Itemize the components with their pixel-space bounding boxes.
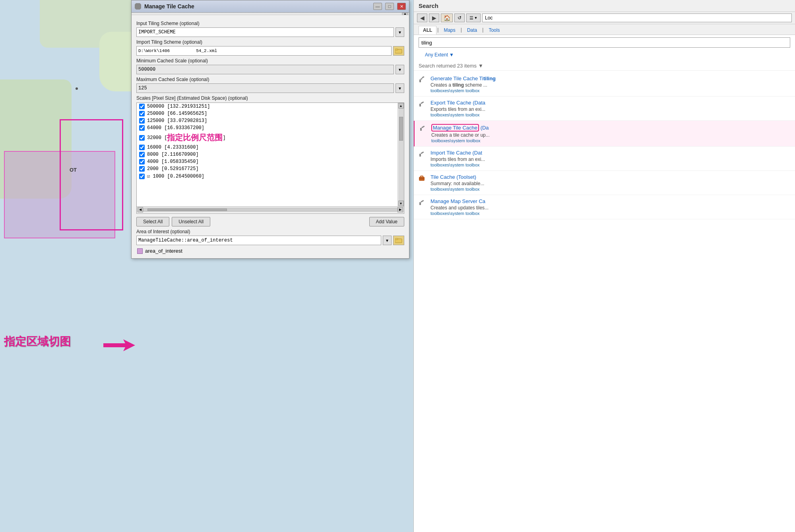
scales-vscrollbar: ▲ ▼ — [398, 103, 404, 206]
input-tiling-label: Input Tiling Scheme (optional) — [136, 21, 404, 26]
scale-checkbox-250000[interactable] — [139, 111, 145, 116]
result-desc-2: Exports tiles from an exi... — [430, 106, 790, 112]
result-title-5: Tile Cache (Toolset) — [430, 174, 790, 180]
results-list: Generate Tile Cache Titiling Creates a t… — [414, 71, 795, 532]
min-scale-row: ▼ — [136, 65, 404, 74]
result-path-1: toolboxes\system toolbox — [430, 88, 790, 93]
import-tiling-folder-button[interactable] — [393, 46, 404, 56]
area-dropdown[interactable]: ▼ — [383, 236, 392, 245]
scale-item-1000[interactable]: ☑ 1000 [0.264500060] — [137, 172, 404, 180]
result-item-generate[interactable]: Generate Tile Cache Titiling Creates a t… — [414, 72, 795, 97]
scale-item-16000[interactable]: 16000 [4.23331600] — [137, 144, 404, 151]
tab-data[interactable]: Data — [463, 26, 481, 35]
scale-checkbox-4000[interactable] — [139, 159, 145, 164]
svg-rect-17 — [419, 202, 421, 205]
scale-checkbox-16000[interactable] — [139, 145, 145, 150]
result-icon-6 — [419, 198, 427, 206]
select-all-button[interactable]: Select All — [136, 217, 169, 226]
scale-item-500000[interactable]: 500000 [132.291931251] — [137, 103, 404, 110]
hscroll-left[interactable]: ◀ — [138, 207, 143, 213]
result-path-5: toolboxes\system toolbox — [430, 187, 790, 192]
scale-checkbox-8000[interactable] — [139, 152, 145, 157]
vscroll-thumb[interactable] — [399, 117, 403, 141]
add-value-button[interactable]: Add Value — [369, 217, 405, 226]
result-content-6: Manage Map Server Ca Creates and updates… — [430, 198, 790, 216]
dialog-content: Input Tiling Scheme (optional) ▼ Import … — [132, 15, 409, 258]
results-count[interactable]: Search returned 23 items ▼ — [414, 61, 795, 71]
search-input-row — [414, 35, 795, 50]
vscroll-down[interactable]: ▼ — [398, 201, 404, 206]
result-path-4: toolboxes\system toolbox — [430, 163, 790, 167]
svg-rect-8 — [419, 104, 421, 106]
scale-checkbox-2000[interactable] — [139, 166, 145, 172]
hscroll-right[interactable]: ▶ — [398, 207, 403, 213]
result-item-import[interactable]: Import Tile Cache (Dat Imports tiles fro… — [414, 147, 795, 171]
scale-item-2000[interactable]: 2000 [0.529167725] — [137, 165, 404, 172]
search-forward-button[interactable]: ▶ — [429, 14, 439, 22]
map-ot-label: OT — [70, 167, 77, 173]
hscroll-thumb[interactable] — [147, 209, 227, 211]
scale-item-250000[interactable]: 250000 [66.145965625] — [137, 110, 404, 117]
result-item-manage[interactable]: Manage Tile Cache (Da Creates a tile cac… — [414, 121, 795, 147]
area-input[interactable] — [136, 236, 381, 245]
result-item-mapserver[interactable]: Manage Map Server Ca Creates and updates… — [414, 195, 795, 219]
scale-checkbox-500000[interactable] — [139, 104, 145, 109]
svg-rect-7 — [422, 76, 425, 78]
area-folder-button[interactable] — [393, 236, 404, 245]
scale-item-64000[interactable]: 64000 [16.933367200] — [137, 124, 404, 132]
scale-checkbox-125000[interactable] — [139, 118, 145, 124]
svg-rect-2 — [395, 49, 398, 50]
search-tabs: ALL | Maps | Data | Tools — [414, 24, 795, 35]
search-view-button[interactable]: ☰▼ — [466, 14, 481, 22]
unselect-all-button[interactable]: Unselect All — [172, 217, 210, 226]
search-panel: Search ◀ ▶ 🏠 ↺ ☰▼ Loc ALL | Maps | Data … — [413, 0, 795, 532]
search-home-button[interactable]: 🏠 — [441, 14, 453, 22]
search-refresh-button[interactable]: ↺ — [454, 14, 465, 22]
minimize-button[interactable]: — — [373, 3, 382, 10]
min-scale-dropdown[interactable]: ▼ — [396, 65, 404, 74]
svg-rect-12 — [419, 154, 421, 157]
result-desc-4: Imports tiles from an exi... — [430, 157, 790, 162]
import-tiling-input[interactable] — [136, 46, 392, 56]
result-item-export[interactable]: Export Tile Cache (Data Exports tiles fr… — [414, 97, 795, 121]
result-item-toolset[interactable]: Tile Cache (Toolset) Summary: not availa… — [414, 171, 795, 195]
svg-rect-4 — [395, 238, 398, 240]
result-title-6: Manage Map Server Ca — [430, 198, 790, 204]
scales-scroll[interactable]: 500000 [132.291931251] 250000 [66.145965… — [137, 103, 404, 206]
scale-item-125000[interactable]: 125000 [33.072982813] — [137, 117, 404, 124]
result-desc-1: Creates a tiling scheme ... — [430, 82, 790, 88]
search-back-button[interactable]: ◀ — [417, 14, 427, 22]
search-header: Search — [414, 0, 795, 12]
extent-row: Any Extent ▼ — [414, 50, 795, 61]
svg-rect-18 — [421, 200, 424, 203]
search-location-bar[interactable]: Loc — [482, 14, 792, 22]
svg-rect-11 — [421, 126, 425, 128]
tab-all[interactable]: ALL — [419, 26, 436, 35]
tab-maps[interactable]: Maps — [439, 26, 460, 35]
scale-checkbox-1000[interactable] — [139, 174, 145, 179]
close-button[interactable]: ✕ — [397, 3, 406, 10]
tab-tools[interactable]: Tools — [484, 26, 504, 35]
scale-item-8000[interactable]: 8000 [2.116670900] — [137, 151, 404, 158]
min-scale-input[interactable] — [136, 65, 394, 74]
maximize-button[interactable]: □ — [385, 3, 394, 10]
scale-item-32000[interactable]: 32000 [指定比例尺范围] — [137, 132, 404, 144]
result-content-4: Import Tile Cache (Dat Imports tiles fro… — [430, 150, 790, 167]
scale-item-4000[interactable]: 4000 [1.058335450] — [137, 158, 404, 165]
scroll-up-arrow[interactable]: ▲ — [402, 13, 408, 15]
scale-checkbox-32000[interactable] — [139, 135, 145, 141]
vscroll-track — [399, 108, 403, 201]
dialog-title-icon — [135, 3, 141, 10]
max-scale-dropdown[interactable]: ▼ — [396, 83, 404, 93]
extent-button[interactable]: Any Extent ▼ — [422, 51, 457, 59]
result-content-3: Manage Tile Cache (Da Creates a tile cac… — [431, 124, 790, 143]
scale-checkbox-64000[interactable] — [139, 125, 145, 131]
input-tiling-row: ▼ — [136, 27, 404, 37]
input-tiling-dropdown[interactable]: ▼ — [396, 27, 404, 37]
result-icon-3 — [419, 124, 427, 132]
search-input[interactable] — [419, 37, 790, 48]
map-arrow-icon — [103, 337, 135, 353]
vscroll-up[interactable]: ▲ — [398, 103, 404, 108]
input-tiling-input[interactable] — [136, 27, 394, 37]
max-scale-input[interactable] — [136, 83, 394, 93]
